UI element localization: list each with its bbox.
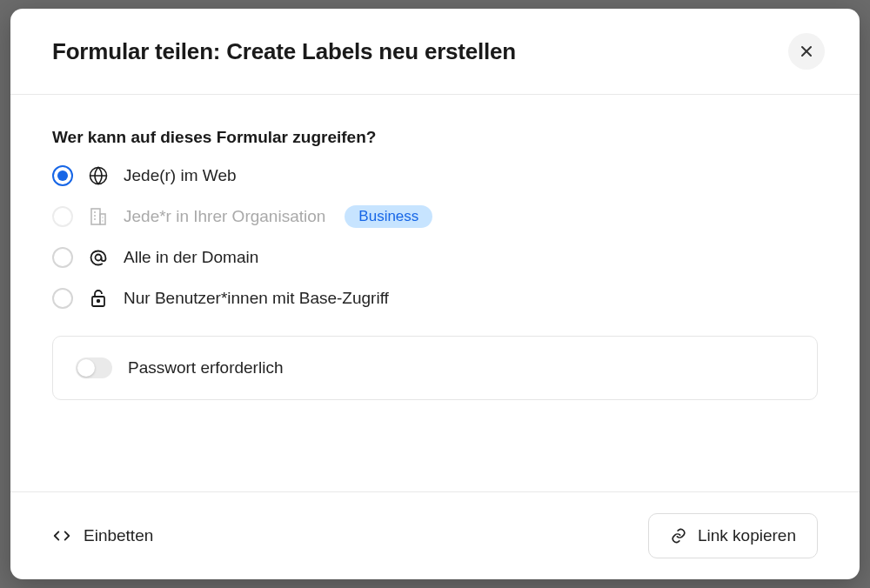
embed-button[interactable]: Einbetten — [52, 526, 153, 545]
business-badge: Business — [345, 205, 432, 228]
embed-icon — [52, 526, 71, 545]
modal-body: Wer kann auf dieses Formular zugreifen? … — [10, 95, 860, 491]
password-toggle[interactable] — [76, 357, 112, 378]
option-base-access[interactable]: Nur Benutzer*innen mit Base-Zugriff — [52, 287, 818, 310]
option-domain[interactable]: Alle in der Domain — [52, 246, 818, 269]
access-heading: Wer kann auf dieses Formular zugreifen? — [52, 128, 818, 147]
radio-input[interactable] — [52, 247, 73, 268]
svg-rect-4 — [91, 209, 100, 224]
svg-point-11 — [96, 255, 102, 261]
modal-title: Formular teilen: Create Labels neu erste… — [52, 38, 516, 65]
close-button[interactable] — [788, 33, 825, 70]
share-modal: Formular teilen: Create Labels neu erste… — [10, 9, 860, 579]
close-icon — [799, 43, 814, 59]
globe-icon — [87, 164, 110, 187]
password-required-box: Passwort erforderlich — [52, 336, 818, 400]
access-options: Jede(r) im Web Jede*r in Ihrer Organisat… — [52, 164, 818, 310]
radio-input[interactable] — [52, 206, 73, 227]
svg-rect-5 — [100, 214, 105, 224]
password-label: Passwort erforderlich — [128, 358, 283, 378]
modal-header: Formular teilen: Create Labels neu erste… — [10, 9, 860, 95]
link-icon — [670, 527, 687, 545]
copy-link-label: Link kopieren — [698, 526, 796, 545]
option-anyone-web[interactable]: Jede(r) im Web — [52, 164, 818, 187]
option-label: Alle in der Domain — [124, 248, 258, 267]
svg-point-13 — [97, 300, 100, 303]
copy-link-button[interactable]: Link kopieren — [648, 513, 818, 558]
building-icon — [87, 205, 110, 228]
radio-input[interactable] — [52, 288, 73, 309]
option-label: Jede(r) im Web — [124, 166, 237, 185]
option-organization[interactable]: Jede*r in Ihrer Organisation Business — [52, 205, 818, 228]
radio-input[interactable] — [52, 165, 73, 186]
at-sign-icon — [87, 246, 110, 269]
modal-footer: Einbetten Link kopieren — [10, 491, 860, 579]
lock-icon — [87, 287, 110, 310]
embed-label: Einbetten — [84, 526, 153, 545]
option-label: Nur Benutzer*innen mit Base-Zugriff — [124, 289, 389, 308]
option-label: Jede*r in Ihrer Organisation — [124, 207, 325, 226]
